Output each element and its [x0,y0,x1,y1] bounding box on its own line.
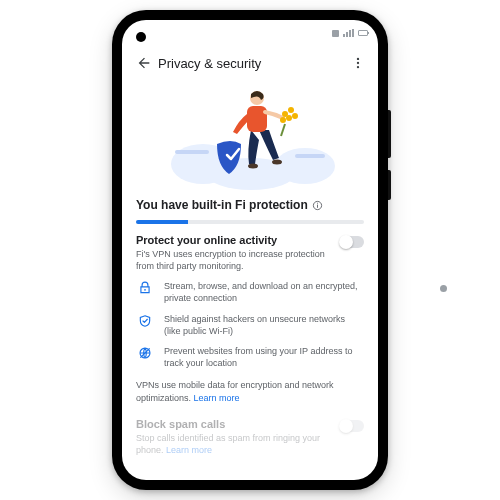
phone-frame: Privacy & security [112,10,388,490]
list-item: Shield against hackers on unsecure netwo… [136,313,364,337]
benefits-list: Stream, browse, and download on an encry… [136,280,364,369]
volume-button [388,110,391,158]
external-dot [440,285,447,292]
app-bar: Privacy & security [122,46,378,80]
page-title: Privacy & security [158,56,346,71]
lock-icon [136,280,154,295]
vpn-footnote: VPNs use mobile data for encryption and … [136,379,364,404]
svg-point-2 [357,66,359,68]
signal-icon [343,29,354,37]
status-indicator [332,30,339,37]
protect-activity-row: Protect your online activity Fi's VPN us… [136,234,364,272]
info-icon[interactable] [312,200,323,211]
svg-rect-19 [317,204,318,207]
back-button[interactable] [130,55,158,71]
overflow-menu-button[interactable] [346,56,370,70]
svg-point-14 [292,113,298,119]
list-item: Prevent websites from using your IP addr… [136,345,364,369]
back-arrow-icon [136,55,152,71]
svg-point-21 [144,289,146,291]
svg-rect-20 [317,202,318,203]
progress-fill [136,220,188,224]
svg-point-1 [357,62,359,64]
protect-activity-toggle[interactable] [340,236,364,248]
content-scroll[interactable]: You have built-in Fi protection Protect … [122,80,378,471]
globe-icon [136,345,154,360]
svg-point-13 [280,117,286,123]
svg-point-0 [357,58,359,60]
svg-point-12 [286,115,292,121]
status-bar [122,20,378,46]
learn-more-link[interactable]: Learn more [166,445,212,455]
phone-screen: Privacy & security [122,20,378,480]
hero-illustration [136,80,364,192]
list-item-text: Prevent websites from using your IP addr… [164,345,364,369]
block-spam-row: Block spam calls Stop calls identified a… [136,418,364,456]
more-vert-icon [351,56,365,70]
svg-point-17 [272,160,282,165]
battery-icon [358,30,368,36]
list-item-text: Shield against hackers on unsecure netwo… [164,313,364,337]
svg-rect-7 [295,154,325,158]
block-spam-desc: Stop calls identified as spam from ringi… [136,432,332,456]
protection-heading: You have built-in Fi protection [136,198,308,212]
block-spam-title: Block spam calls [136,418,332,430]
front-camera [136,32,146,42]
svg-point-16 [248,164,258,169]
protection-progress [136,220,364,224]
svg-point-11 [288,107,294,113]
power-button [388,170,391,200]
protection-heading-row: You have built-in Fi protection [136,198,364,212]
svg-line-15 [281,124,285,136]
list-item: Stream, browse, and download on an encry… [136,280,364,304]
svg-rect-8 [247,106,267,132]
block-spam-toggle[interactable] [340,420,364,432]
learn-more-link[interactable]: Learn more [194,393,240,403]
shield-icon [136,313,154,328]
list-item-text: Stream, browse, and download on an encry… [164,280,364,304]
protect-activity-desc: Fi's VPN uses encryption to increase pro… [136,248,332,272]
protect-activity-title: Protect your online activity [136,234,332,246]
svg-rect-6 [175,150,209,154]
